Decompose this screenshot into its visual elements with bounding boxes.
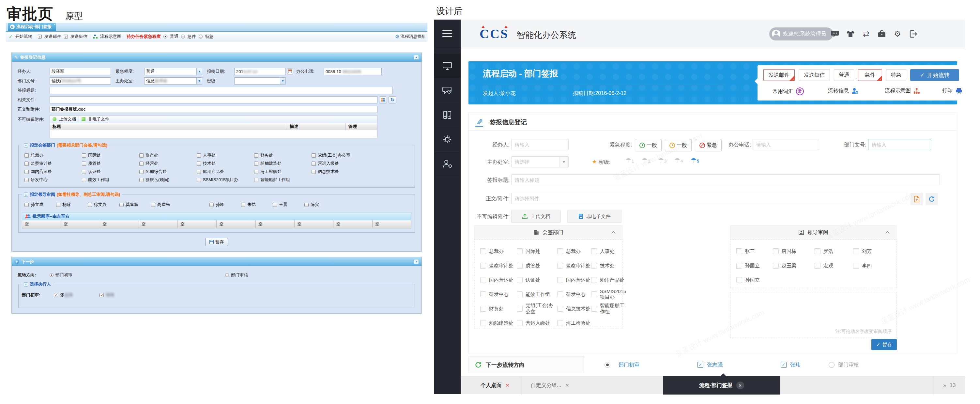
operator-input[interactable]: 段泽军: [49, 68, 111, 75]
sidebar-item-archives[interactable]: [434, 103, 461, 127]
checkbox[interactable]: [557, 263, 563, 269]
leader-checkbox-item[interactable]: 王晨: [273, 202, 304, 208]
order-cell[interactable]: 空: [333, 220, 372, 228]
add-document-button[interactable]: [910, 193, 923, 205]
title-input[interactable]: [511, 174, 940, 185]
dept-checkbox-item[interactable]: 营运入级处: [517, 316, 557, 330]
dept-checkbox-item[interactable]: 总裁办: [24, 153, 82, 158]
checkbox[interactable]: [82, 170, 86, 174]
dept-checkbox-item[interactable]: 研发中心: [480, 287, 517, 302]
phone-input[interactable]: [752, 139, 819, 150]
send-mail-button[interactable]: 发送邮件✓: [764, 69, 795, 81]
dept-first-review-radio[interactable]: [49, 273, 54, 277]
checkbox[interactable]: [480, 291, 486, 297]
related-input[interactable]: [49, 96, 377, 103]
dept-checkbox-item[interactable]: SSMIS2015项目办: [591, 287, 626, 302]
checkbox[interactable]: [254, 178, 258, 182]
urgency-option-normal-orange[interactable]: 一般: [665, 139, 692, 151]
dept-checkbox-item[interactable]: 船舶建造处: [254, 161, 312, 166]
checkbox[interactable]: [24, 203, 29, 207]
checkbox[interactable]: [517, 291, 523, 297]
secret-level-option[interactable]: ☂5: [690, 156, 707, 164]
host-dept-select[interactable]: 请选择▼: [511, 156, 569, 167]
checkbox[interactable]: [557, 320, 563, 326]
swap-button[interactable]: ⇄: [861, 29, 871, 38]
checkbox[interactable]: [312, 170, 316, 174]
dept-review-radio[interactable]: [225, 273, 229, 277]
workbox-button[interactable]: [877, 29, 887, 38]
sidebar-item-user-admin[interactable]: [434, 152, 461, 176]
nonelec-file-button[interactable]: 非电子文件: [567, 210, 622, 223]
leader-checkbox-item[interactable]: 陈实: [304, 202, 336, 208]
dept-checkbox-item[interactable]: 研发中心: [557, 287, 591, 302]
leader-checkbox-item[interactable]: 刘芳: [853, 244, 896, 258]
urgency-normal-radio[interactable]: [164, 35, 167, 38]
collapse-button[interactable]: ▲: [414, 55, 419, 60]
collapse-button[interactable]: ▲: [414, 259, 419, 264]
checkbox[interactable]: [82, 178, 86, 182]
docno-input[interactable]: [868, 139, 931, 150]
dept-checkbox-item[interactable]: 监察审计处: [480, 258, 517, 273]
checkbox[interactable]: [210, 203, 214, 207]
dept-checkbox-item[interactable]: 船用产品处: [197, 169, 254, 175]
leader-checkbox-item[interactable]: 孙国立: [736, 273, 773, 287]
checkbox[interactable]: [517, 306, 523, 312]
urgency-option-normal-green[interactable]: 一般: [635, 139, 662, 151]
proto-tab-process-start[interactable]: ▶ 流程启动-部门签报 ×: [8, 23, 56, 31]
urgency-urgent-button[interactable]: 急件✓: [858, 69, 882, 81]
message-button[interactable]: [830, 29, 840, 38]
dept-checkbox-item[interactable]: 国内营运处: [24, 169, 82, 175]
dept-checkbox-item[interactable]: 智能船舶工作组: [254, 177, 312, 183]
order-cell[interactable]: 空: [61, 220, 100, 228]
leader-checkbox-item[interactable]: 唐国栋: [773, 244, 815, 258]
body-doc-value[interactable]: 部门签报模版.doc: [49, 106, 377, 113]
leader-checkbox-item[interactable]: 徐文兴: [88, 202, 119, 208]
checkbox[interactable]: [82, 153, 86, 157]
dept-checkbox-item[interactable]: 船舶综合处: [139, 169, 197, 175]
dept-checkbox-item[interactable]: 经营处: [139, 161, 197, 166]
dept-checkbox-item[interactable]: 智能船舶工作组: [591, 302, 626, 316]
close-icon[interactable]: ✕: [736, 382, 744, 389]
leader-checkbox-item[interactable]: 孙立成: [24, 202, 56, 208]
leader-checkbox-item[interactable]: 罗浩: [815, 244, 853, 258]
dept-checkbox-item[interactable]: 认证处: [517, 273, 557, 287]
send-mail-checkbox[interactable]: ✓: [38, 35, 42, 38]
dept-review-radio[interactable]: [829, 362, 835, 368]
collapse-chevron-icon[interactable]: [885, 231, 889, 235]
select-people-button[interactable]: [379, 96, 387, 103]
send-sms-checkbox[interactable]: ✓: [64, 35, 68, 38]
collapse-toggle-icon[interactable]: ▲: [24, 192, 28, 197]
start-flow-button[interactable]: ✓开始流转: [910, 69, 959, 81]
leader-checkbox-item[interactable]: 孙国立: [736, 258, 773, 273]
checkbox[interactable]: [273, 203, 277, 207]
checkbox[interactable]: [312, 153, 316, 157]
tab-close-icon[interactable]: ×: [54, 23, 56, 26]
refresh-button[interactable]: ↻: [388, 96, 396, 103]
checkbox[interactable]: [557, 277, 563, 283]
leaders-order-area[interactable]: 注:可拖动名字改变审阅顺序: [730, 292, 896, 338]
checkbox[interactable]: [24, 162, 29, 166]
collapse-toggle-icon[interactable]: ▲: [24, 143, 28, 148]
tab-overflow[interactable]: » 13: [934, 376, 965, 394]
sidebar-item-settings[interactable]: [434, 127, 461, 152]
secret-level-option[interactable]: ☂1: [625, 156, 642, 164]
close-icon[interactable]: ✕: [505, 382, 509, 388]
checkbox[interactable]: [139, 178, 143, 182]
dept-checkbox-item[interactable]: 党组(工会)办公室: [312, 153, 409, 158]
order-cell[interactable]: 空: [256, 220, 294, 228]
checkbox[interactable]: [24, 178, 29, 182]
operator-input[interactable]: [511, 139, 569, 150]
dept-checkbox-item[interactable]: 人事处: [197, 153, 254, 158]
order-cell[interactable]: 空: [100, 220, 139, 228]
checkbox[interactable]: [736, 277, 742, 283]
checkbox[interactable]: [139, 162, 143, 166]
checkbox[interactable]: [853, 263, 859, 269]
dept-checkbox-item[interactable]: 船用产品处: [591, 273, 626, 287]
dept-checkbox-item[interactable]: 质管处: [82, 161, 139, 166]
checkbox[interactable]: [304, 203, 309, 207]
flow-diagram-button[interactable]: 流程示意图: [100, 33, 121, 40]
upload-doc-button[interactable]: 上传文档: [511, 210, 561, 223]
checkbox[interactable]: [119, 203, 124, 207]
print-button[interactable]: 打印: [942, 87, 963, 94]
checkbox[interactable]: [24, 170, 29, 174]
